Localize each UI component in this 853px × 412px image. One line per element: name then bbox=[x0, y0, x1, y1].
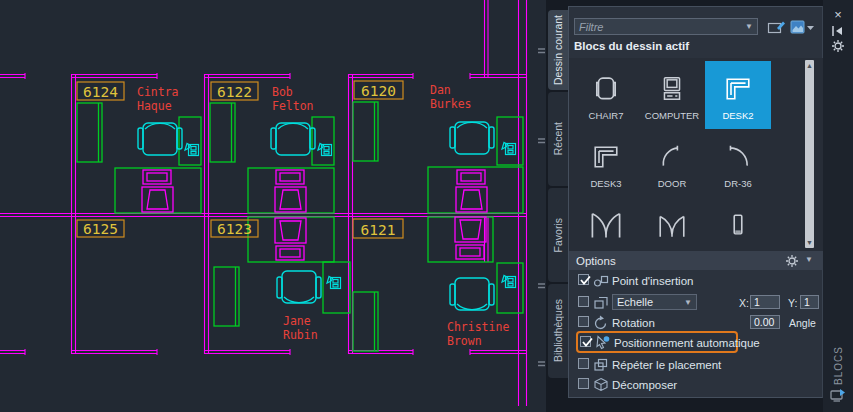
tab-recent[interactable]: Récent bbox=[548, 92, 568, 186]
room-number: 6122 bbox=[217, 84, 252, 100]
room-number: 6121 bbox=[361, 222, 396, 238]
scroll-up-icon[interactable]: ▲ bbox=[805, 62, 814, 69]
computers bbox=[142, 170, 487, 260]
tab-bibliotheques[interactable]: Bibliothèques bbox=[548, 284, 568, 378]
scale-icon bbox=[593, 295, 609, 310]
gear-icon[interactable] bbox=[785, 254, 799, 268]
occupant-name: Burkes bbox=[430, 97, 472, 111]
room-number: 6123 bbox=[217, 221, 252, 237]
room-number: 6125 bbox=[83, 221, 118, 237]
chevron-down-icon: ▼ bbox=[684, 298, 692, 307]
y-value-input[interactable]: 1 bbox=[800, 295, 819, 309]
occupant-name: Cintra bbox=[137, 85, 179, 99]
occupant-name: Bob bbox=[272, 85, 293, 99]
panel-block-icon bbox=[724, 206, 752, 244]
occupant-name: Haque bbox=[137, 99, 172, 113]
block-tile-desk3[interactable]: DESK3 bbox=[573, 129, 639, 197]
block-tile-double-door-2[interactable] bbox=[639, 197, 705, 251]
chevron-down-icon: ▼ bbox=[745, 22, 753, 31]
tab-favoris[interactable]: Favoris bbox=[548, 188, 568, 282]
blocks-grid: CHAIR7 COMPUTER bbox=[569, 58, 824, 251]
occupant-name: Rubin bbox=[283, 328, 318, 342]
auto-hide-icon[interactable] bbox=[829, 24, 847, 38]
occupant-name: Brown bbox=[447, 334, 482, 348]
auto-placement-label: Positionnement automatique bbox=[614, 337, 760, 349]
section-heading: Blocs du dessin actif bbox=[574, 40, 689, 52]
explode-checkbox[interactable] bbox=[578, 378, 589, 389]
insertion-point-checkbox[interactable] bbox=[578, 274, 589, 285]
angle-label: Angle bbox=[789, 317, 816, 329]
explode-label: Décomposer bbox=[612, 379, 677, 391]
computer-block-icon bbox=[658, 70, 686, 108]
autocad-window: 6124 6122 6120 6125 6123 6121 Cintra Haq… bbox=[0, 0, 853, 412]
door-block-icon bbox=[658, 138, 686, 176]
chair7-block-icon bbox=[592, 70, 620, 108]
desk2-block-icon bbox=[724, 70, 752, 108]
palette-name-vertical: BLOCS bbox=[823, 340, 853, 390]
room-number: 6120 bbox=[361, 83, 396, 99]
drawing-canvas[interactable]: 6124 6122 6120 6125 6123 6121 Cintra Haq… bbox=[0, 0, 546, 412]
palette-body: Filtre ▼ Blocs du dessin actif bbox=[568, 6, 823, 398]
blocks-palette-icon bbox=[829, 386, 847, 404]
edit-filter-button[interactable] bbox=[767, 19, 787, 35]
block-tile-panel[interactable] bbox=[705, 197, 771, 251]
options-title: Options bbox=[576, 255, 616, 267]
occupant-name: Dan bbox=[430, 83, 451, 97]
rotation-icon bbox=[593, 315, 609, 330]
repeat-placement-checkbox[interactable] bbox=[578, 358, 589, 369]
filter-combobox[interactable]: Filtre ▼ bbox=[574, 18, 758, 35]
filter-placeholder: Filtre bbox=[579, 21, 603, 33]
x-value-input[interactable]: 1 bbox=[750, 295, 780, 309]
grid-scrollbar[interactable]: ▲ ▼ bbox=[805, 60, 814, 248]
repeat-placement-icon bbox=[593, 357, 609, 372]
block-tile-door[interactable]: DOOR bbox=[639, 129, 705, 197]
block-tile-double-door[interactable] bbox=[573, 197, 639, 251]
scale-checkbox[interactable] bbox=[578, 296, 589, 307]
insertion-point-label: Point d'insertion bbox=[612, 275, 693, 287]
rotation-checkbox[interactable] bbox=[578, 316, 589, 327]
insertion-point-icon bbox=[593, 273, 609, 288]
edit-filter-icon bbox=[767, 19, 787, 35]
blocks-palette: Dessin courant Récent Favoris Bibliothèq… bbox=[546, 0, 853, 412]
auto-placement-checkbox[interactable] bbox=[580, 336, 591, 347]
scroll-down-icon[interactable]: ▼ bbox=[805, 239, 814, 246]
explode-icon bbox=[593, 377, 609, 392]
palette-titlebar: × BLOCS bbox=[823, 0, 853, 412]
scale-dropdown[interactable]: Echelle ▼ bbox=[612, 294, 697, 310]
desk3-block-icon bbox=[592, 138, 620, 176]
block-tile-dr36[interactable]: DR-36 bbox=[705, 129, 771, 197]
block-tile-desk2[interactable]: DESK2 bbox=[705, 61, 771, 129]
thumbnail-view-icon bbox=[790, 19, 814, 35]
options-collapse-icon[interactable]: ▼ bbox=[805, 255, 813, 264]
y-label: Y: bbox=[788, 297, 797, 309]
room-number: 6124 bbox=[83, 84, 118, 100]
repeat-placement-label: Répéter le placement bbox=[612, 359, 721, 371]
auto-placement-icon bbox=[595, 335, 611, 350]
properties-gear-icon[interactable] bbox=[829, 39, 847, 53]
double-door-2-block-icon bbox=[657, 206, 687, 244]
angle-value-input[interactable]: 0.00 bbox=[750, 315, 780, 329]
tab-dessin-courant[interactable]: Dessin courant bbox=[548, 10, 568, 90]
occupant-name: Jane bbox=[283, 314, 311, 328]
double-door-block-icon bbox=[589, 206, 623, 244]
view-style-button[interactable] bbox=[790, 19, 814, 35]
block-tile-chair7[interactable]: CHAIR7 bbox=[573, 61, 639, 129]
x-label: X: bbox=[739, 297, 749, 309]
palette-tabstrip: Dessin courant Récent Favoris Bibliothèq… bbox=[548, 0, 568, 412]
rotation-label: Rotation bbox=[612, 317, 655, 329]
occupant-name: Felton bbox=[272, 99, 314, 113]
occupant-name: Christine bbox=[447, 320, 509, 334]
room-tags bbox=[77, 81, 403, 238]
block-tile-computer[interactable]: COMPUTER bbox=[639, 61, 705, 129]
options-header[interactable]: Options ▼ bbox=[569, 251, 824, 270]
window-grips bbox=[538, 49, 545, 366]
dr36-block-icon bbox=[724, 138, 752, 176]
close-icon[interactable]: × bbox=[829, 7, 847, 21]
